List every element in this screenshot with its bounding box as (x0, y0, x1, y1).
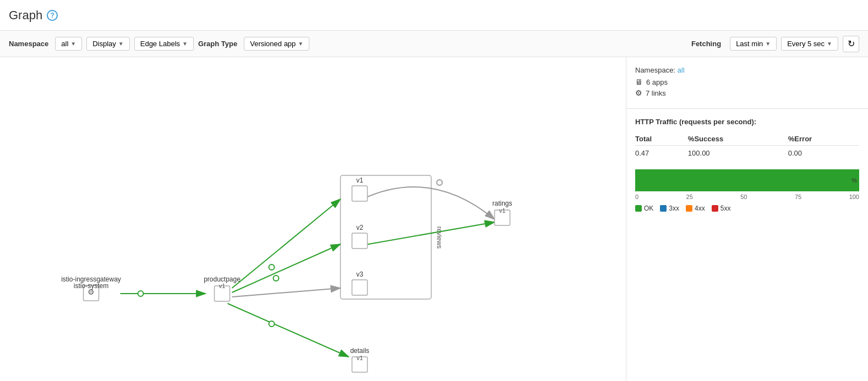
legend-3xx: 3xx (660, 205, 679, 212)
error-value: 0.00 (788, 146, 859, 161)
success-value: 100.00 (688, 146, 788, 161)
3xx-label: 3xx (669, 205, 679, 212)
help-icon[interactable]: ? (47, 10, 58, 21)
bar-container: % (635, 169, 859, 191)
svg-text:v3: v3 (356, 270, 363, 278)
5xx-label: 5xx (720, 205, 731, 212)
svg-text:istio-system: istio-system (74, 282, 108, 290)
chevron-down-icon: ▼ (118, 41, 124, 47)
chevron-down-icon: ▼ (182, 41, 188, 47)
legend-4xx: 4xx (686, 205, 705, 212)
svg-line-10 (232, 288, 341, 297)
apps-count: 6 apps (646, 78, 668, 86)
svg-point-7 (269, 264, 275, 270)
header: Graph ? (0, 0, 868, 31)
col-success: %Success (688, 132, 788, 146)
svg-text:v1: v1 (499, 207, 506, 214)
legend-5xx: 5xx (712, 205, 731, 212)
namespace-label: Namespace (9, 40, 48, 48)
svg-rect-26 (352, 280, 368, 295)
svg-point-9 (274, 275, 279, 281)
display-dropdown[interactable]: Display ▼ (86, 37, 130, 51)
chevron-down-icon: ▼ (298, 41, 303, 47)
bar-pct-label: % (851, 177, 857, 184)
namespace-stats-section: Namespace: all 🖥 6 apps ⚙ 7 links (626, 57, 868, 109)
bar-chart: % 0 25 50 75 100 (635, 169, 859, 200)
last-min-dropdown[interactable]: Last min ▼ (730, 37, 777, 51)
bar-axis: 0 25 50 75 100 (635, 194, 859, 200)
svg-text:productpage: productpage (204, 275, 241, 283)
4xx-label: 4xx (695, 205, 705, 212)
svg-point-5 (138, 291, 144, 296)
svg-text:v1: v1 (356, 176, 363, 184)
apps-stat: 🖥 6 apps (635, 78, 859, 86)
edge-labels-dropdown[interactable]: Edge Labels ▼ (134, 37, 194, 51)
col-error: %Error (788, 132, 859, 146)
chart-legend: OK 3xx 4xx 5xx (635, 205, 859, 212)
svg-rect-24 (352, 233, 368, 249)
svg-point-13 (437, 180, 443, 185)
svg-text:details: details (350, 347, 369, 355)
apps-icon: 🖥 (635, 78, 643, 86)
right-panel: Namespace: all 🖥 6 apps ⚙ 7 links HTTP T… (626, 57, 868, 381)
toolbar: Namespace all ▼ Display ▼ Edge Labels ▼ … (0, 31, 868, 57)
chevron-down-icon: ▼ (765, 41, 771, 47)
main-content: reviews ⚙ istio-ing (0, 57, 868, 381)
graph-type-label: Graph Type (198, 40, 237, 48)
svg-text:reviews: reviews (435, 227, 443, 249)
namespace-prefix: Namespace: (635, 66, 675, 74)
links-stat: ⚙ 7 links (635, 89, 859, 97)
table-row: 0.47 100.00 0.00 (635, 146, 859, 161)
namespace-dropdown[interactable]: all ▼ (55, 37, 82, 51)
svg-line-6 (232, 199, 341, 288)
graph-area[interactable]: reviews ⚙ istio-ing (0, 57, 626, 381)
namespace-link[interactable]: all (678, 66, 685, 74)
svg-text:v1: v1 (357, 355, 363, 361)
http-section: HTTP Traffic (requests per second): Tota… (626, 109, 868, 221)
3xx-color-dot (660, 205, 667, 212)
namespace-line: Namespace: all (635, 66, 859, 74)
links-icon: ⚙ (635, 89, 642, 97)
svg-rect-22 (352, 186, 368, 201)
5xx-color-dot (712, 205, 718, 212)
svg-text:v2: v2 (356, 224, 363, 231)
svg-text:ratings: ratings (492, 200, 512, 207)
bar-ok-fill (635, 169, 859, 191)
page-title: Graph (9, 8, 42, 23)
http-title: HTTP Traffic (requests per second): (635, 118, 859, 126)
ok-label: OK (644, 205, 653, 212)
graph-type-dropdown[interactable]: Versioned app ▼ (244, 37, 309, 51)
4xx-color-dot (686, 205, 692, 212)
fetching-label: Fetching (691, 40, 721, 48)
chevron-down-icon: ▼ (70, 41, 76, 47)
svg-text:v1: v1 (219, 283, 226, 289)
every-5-sec-dropdown[interactable]: Every 5 sec ▼ (781, 37, 838, 51)
legend-ok: OK (635, 205, 653, 212)
refresh-button[interactable]: ↻ (843, 36, 859, 52)
col-total: Total (635, 132, 688, 146)
svg-line-8 (232, 244, 341, 292)
total-value: 0.47 (635, 146, 688, 161)
svg-line-11 (228, 303, 349, 357)
svg-line-14 (363, 222, 495, 245)
ok-color-dot (635, 205, 642, 212)
svg-point-12 (269, 321, 275, 327)
chevron-down-icon: ▼ (827, 41, 832, 47)
http-traffic-table: Total %Success %Error 0.47 100.00 0.00 (635, 132, 859, 161)
links-count: 7 links (646, 89, 666, 97)
